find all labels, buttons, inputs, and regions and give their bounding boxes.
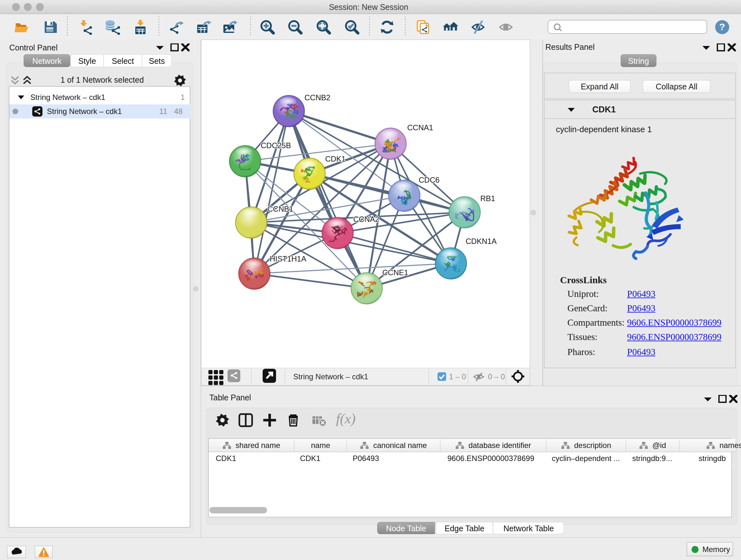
svg-text:CDC25B: CDC25B [261,141,291,150]
svg-text:RB1: RB1 [480,194,495,203]
svg-text:CCNA2: CCNA2 [353,215,379,224]
svg-text:CDKN1A: CDKN1A [466,237,496,246]
svg-text:?: ? [719,21,725,32]
svg-text:CCNA1: CCNA1 [407,123,433,132]
svg-text:CCNE1: CCNE1 [382,268,408,277]
svg-text:CCNB2: CCNB2 [305,93,330,102]
svg-text:CCNB1: CCNB1 [267,205,293,213]
svg-text:CDK1: CDK1 [325,154,346,163]
svg-text:CDC6: CDC6 [419,176,440,184]
svg-text:HIST1H1A: HIST1H1A [270,254,307,263]
